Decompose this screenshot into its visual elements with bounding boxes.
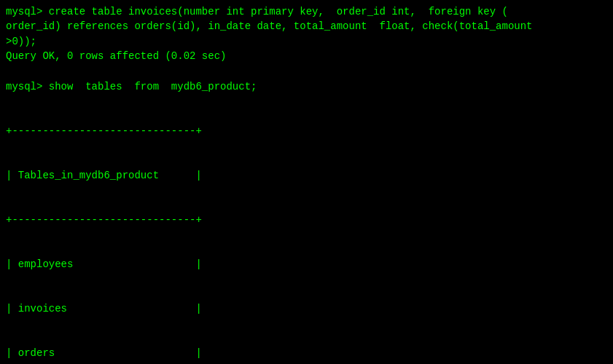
terminal-output: mysql> create table invoices(number int … — [6, 4, 607, 364]
show-table: +------------------------------+ | Table… — [6, 95, 607, 364]
show-border-mid: +------------------------------+ — [6, 213, 607, 227]
show-row3: | orders | — [6, 346, 607, 360]
blank-1 — [6, 65, 607, 79]
create-line-1: mysql> create table invoices(number int … — [6, 4, 607, 19]
create-line-2: order_id) references orders(id), in_date… — [6, 19, 607, 33]
show-header: | Tables_in_mydb6_product | — [6, 168, 607, 183]
show-row2: | invoices | — [6, 301, 607, 316]
show-border-top: +------------------------------+ — [6, 124, 607, 138]
create-line-3: >0)); — [6, 34, 607, 49]
query-ok: Query OK, 0 rows affected (0.02 sec) — [6, 49, 607, 63]
show-cmd: mysql> show tables from mydb6_product; — [6, 79, 607, 94]
show-row1: | employees | — [6, 257, 607, 272]
